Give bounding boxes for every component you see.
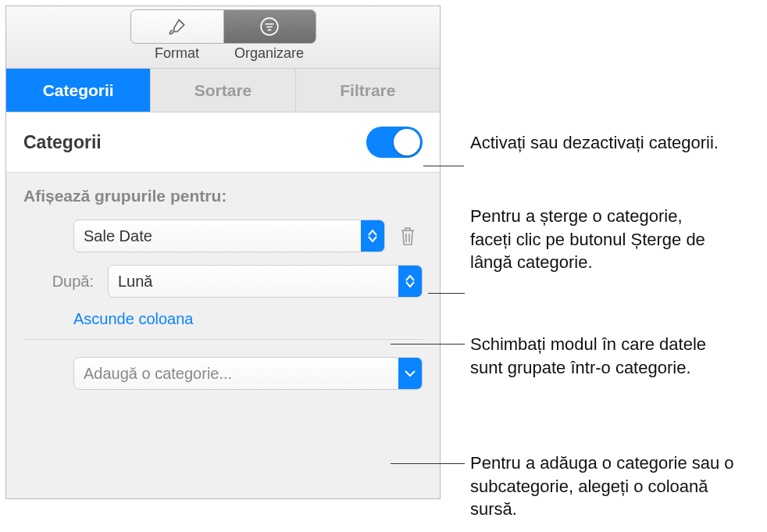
category-source-row: Sale Date <box>23 220 423 252</box>
categories-content: Afișează grupurile pentru: Sale Date <box>6 173 440 416</box>
inspector-panel: Format Organizare Categorii Sortare Filt… <box>5 5 441 499</box>
hide-column-link[interactable]: Ascunde coloana <box>73 310 423 328</box>
add-category-select[interactable]: Adaugă o categorie... <box>73 357 423 390</box>
organize-segment-label: Organizare <box>223 45 316 62</box>
group-by-row: După: Lună <box>23 265 423 298</box>
format-segment-button[interactable] <box>131 10 223 43</box>
chevron-down-icon <box>398 358 422 389</box>
tab-categories[interactable]: Categorii <box>6 69 151 112</box>
show-groups-label: Afișează grupurile pentru: <box>23 187 423 205</box>
add-category-value: Adaugă o categorie... <box>84 365 232 383</box>
group-by-label: După: <box>23 273 108 291</box>
divider <box>23 339 423 340</box>
callout-leader <box>391 463 465 464</box>
stepper-icon <box>398 266 422 297</box>
group-by-select[interactable]: Lună <box>108 265 423 298</box>
add-category-row: Adaugă o categorie... <box>23 357 423 390</box>
category-source-value: Sale Date <box>84 227 152 245</box>
delete-category-button[interactable] <box>393 225 423 247</box>
organize-icon <box>259 16 280 37</box>
category-source-select[interactable]: Sale Date <box>73 220 385 252</box>
format-organize-segment <box>130 9 316 44</box>
group-by-value: Lună <box>118 273 153 291</box>
tab-sort[interactable]: Sortare <box>151 69 295 112</box>
callout-change: Schimbați modul în care datele sunt grup… <box>470 333 728 379</box>
tabs: Categorii Sortare Filtrare <box>6 69 440 112</box>
organize-segment-button[interactable] <box>223 10 316 43</box>
categories-toggle[interactable] <box>366 127 423 158</box>
tab-filter[interactable]: Filtrare <box>296 69 440 112</box>
callout-delete: Pentru a șterge o categorie, faceți clic… <box>470 205 720 274</box>
toolbar: Format Organizare <box>6 6 440 69</box>
callout-add: Pentru a adăuga o categorie sau o subcat… <box>470 452 744 521</box>
toggle-knob <box>394 129 420 155</box>
callout-leader <box>391 344 465 345</box>
categories-section-header: Categorii <box>6 112 440 173</box>
stepper-icon <box>361 220 384 252</box>
callout-leader <box>428 293 465 294</box>
format-segment-label: Format <box>131 45 223 62</box>
trash-icon <box>398 225 417 247</box>
paintbrush-icon <box>167 16 187 37</box>
section-title: Categorii <box>23 132 102 153</box>
callout-leader <box>423 166 464 166</box>
callout-toggle: Activați sau dezactivați categorii. <box>470 131 720 155</box>
